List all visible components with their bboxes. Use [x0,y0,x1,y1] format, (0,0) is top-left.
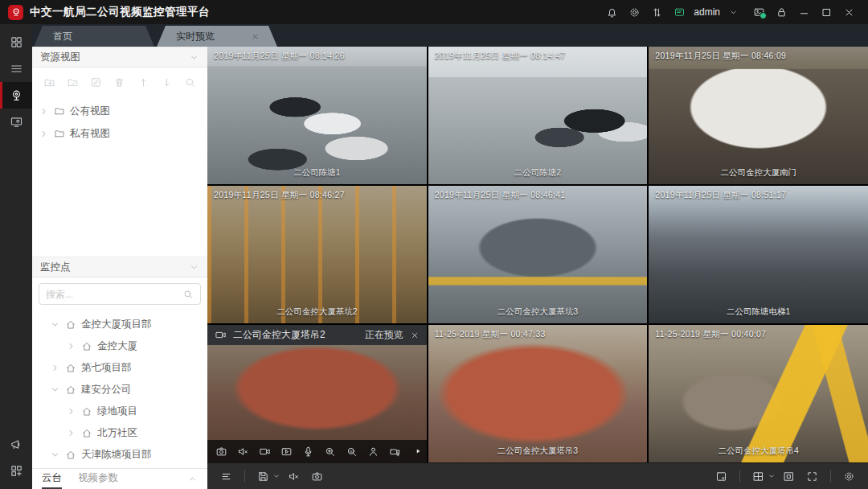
more-tools-icon[interactable] [412,441,424,462]
zoom-3d-icon[interactable]: 3D [341,441,362,462]
tree-item[interactable]: 第七项目部 [32,357,207,379]
search-icon[interactable] [182,289,194,300]
titlebar-icon-group [600,2,690,22]
tab-live-preview[interactable]: 实时预览 [157,26,277,47]
chevron-down-icon[interactable] [50,384,60,395]
toolbar-divider [739,470,740,483]
folder-check-icon[interactable] [63,73,81,91]
chevron-down-icon[interactable] [50,319,60,330]
trash-icon[interactable] [111,73,129,91]
live-preview-nav-icon[interactable] [0,82,32,109]
tab-close-icon[interactable] [251,32,260,41]
gear-icon[interactable] [838,466,860,487]
monitor-points-header[interactable]: 监控点 [32,257,207,277]
preset-icon[interactable] [384,441,406,462]
stage-toolbar [207,462,868,489]
video-cell-8[interactable]: 11-25-2019 星期一 00:47:33 二公司金控大厦塔吊3 [428,325,648,462]
folder-icon [54,128,65,139]
chevron-down-icon[interactable] [766,466,776,487]
gear-icon[interactable] [623,2,645,22]
sort-icon[interactable] [645,2,668,22]
chevron-right-icon[interactable] [39,129,49,139]
chevron-right-icon[interactable] [50,363,60,373]
left-rail [0,24,32,489]
speaker-off-icon[interactable] [283,466,305,487]
video-cell-9[interactable]: 11-25-2019 星期一 00:40:07 二公司金控大厦塔吊4 [649,325,868,462]
monitor-live-icon[interactable] [668,2,690,22]
tab-video-params[interactable]: 视频参数 [78,469,118,489]
chevron-up-icon[interactable] [187,469,198,489]
home-icon [65,363,76,374]
search-input[interactable] [46,289,182,300]
chevron-down-icon[interactable] [722,2,744,22]
zoom-in-icon[interactable] [319,441,341,462]
minimize-icon[interactable] [792,2,815,22]
tab-home[interactable]: 首页 [34,26,154,47]
video-cell-7-selected[interactable]: 二公司金控大厦塔吊2 正在预览 3D [207,325,427,462]
tree-item-label: 绿地项目 [97,405,137,418]
chevron-down-icon[interactable] [50,450,60,460]
menu-icon[interactable] [0,55,32,82]
stream-list-icon[interactable] [215,466,237,487]
tree-item-label: 私有视图 [70,127,110,141]
chevron-right-icon[interactable] [66,406,76,417]
video-cell-6[interactable]: 2019年11月25日 星期一 08:51:17 二公司陈塘电梯1 [649,186,868,323]
record-icon[interactable] [254,441,276,462]
person-icon[interactable] [362,441,384,462]
cell-toolbar-icons: 3D [211,441,406,462]
lock-icon[interactable] [770,2,792,22]
playback-icon[interactable] [276,441,297,462]
edit-icon[interactable] [88,73,105,91]
tree-item-label: 金控大厦 [97,339,137,353]
tree-item[interactable]: 金控大厦 [32,335,207,357]
video-cell-3[interactable]: 2019年11月25日 星期一 08:46:09 二公司金控大厦南门 [649,47,868,184]
tree-item[interactable]: 绿地项目 [32,401,207,422]
tab-ptz[interactable]: 云台 [42,469,62,489]
close-icon[interactable] [410,331,420,340]
bell-icon[interactable] [600,2,623,22]
video-cell-2[interactable]: 2019年11月25日 星期一 08:14:47 二公司陈塘2 [428,47,648,184]
arrow-down-icon[interactable] [158,73,176,91]
close-icon[interactable] [837,2,860,22]
folder-add-icon[interactable] [40,73,58,91]
tree-item-label: 金控大厦项目部 [81,318,152,331]
tree-item[interactable]: 北万社区 [32,422,207,444]
fullscreen-icon[interactable] [801,466,823,487]
chevron-down-icon[interactable] [189,52,199,63]
playback-nav-icon[interactable] [0,109,32,135]
speaker-off-icon[interactable] [232,441,254,462]
arrow-up-icon[interactable] [134,73,152,91]
video-cell-1[interactable]: 2019年11月25日 星期一 08:14:26 二公司陈塘1 [207,47,427,184]
app-title: 中交一航局二公司视频监控管理平台 [30,5,210,19]
chevron-right-icon[interactable] [66,428,76,438]
tree-item[interactable]: 公有视图 [32,100,207,122]
chevron-down-icon[interactable] [189,262,199,273]
snapshot-icon[interactable] [211,441,232,462]
user-menu[interactable]: admin [694,2,744,22]
tree-item[interactable]: 天津陈塘项目部 [32,444,207,466]
video-cell-4[interactable]: 2019年11月25日 星期一 08:46:27 二公司金控大厦基坑2 [207,186,427,323]
mic-icon[interactable] [297,441,319,462]
chevron-right-icon[interactable] [39,106,49,117]
screen-close-icon[interactable] [710,466,732,487]
resource-view-header[interactable]: 资源视图 [32,47,207,68]
user-name: admin [694,6,720,18]
image-status-icon[interactable] [747,2,770,22]
broadcast-icon[interactable] [0,431,32,458]
apps-grid-icon[interactable] [0,29,32,55]
snapshot-icon[interactable] [306,466,328,487]
camera-icon [215,329,227,341]
maximize-icon[interactable] [815,2,837,22]
chevron-down-icon[interactable] [271,466,281,487]
tree-item-label: 北万社区 [97,426,137,440]
add-view-icon[interactable] [0,458,32,484]
home-icon [81,428,92,439]
screen-single-icon[interactable] [778,466,800,487]
tab-home-label: 首页 [53,30,72,43]
tree-item[interactable]: 建安分公司 [32,379,207,401]
tree-item[interactable]: 金控大厦项目部 [32,314,207,335]
tree-item[interactable]: 私有视图 [32,122,207,145]
chevron-right-icon[interactable] [66,341,76,351]
search-icon[interactable] [182,73,199,91]
video-cell-5[interactable]: 2019年11月25日 星期一 08:46:41 二公司金控大厦基坑3 [428,186,648,323]
